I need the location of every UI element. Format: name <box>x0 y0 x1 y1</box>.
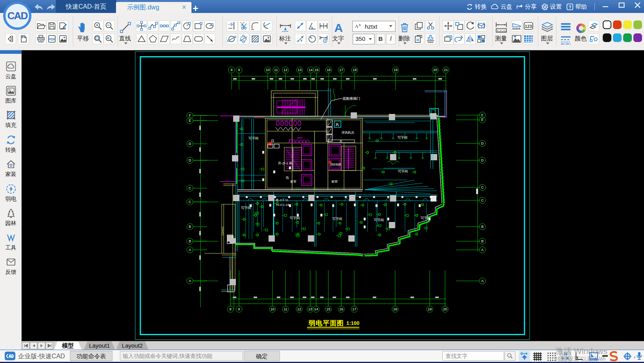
svg-text:D: D <box>481 158 484 162</box>
svg-text:B: B <box>189 239 191 243</box>
svg-text:A: A <box>359 23 361 27</box>
svg-text:14: 14 <box>309 68 313 72</box>
svg-text:电: 电 <box>286 176 289 180</box>
svg-text:C: C <box>189 200 191 204</box>
svg-text:写字间: 写字间 <box>374 218 384 222</box>
svg-text:19: 19 <box>394 68 397 72</box>
svg-text:AlAl: AlAl <box>297 136 302 139</box>
svg-text:16: 16 <box>339 307 343 311</box>
svg-text:写字间: 写字间 <box>332 217 342 221</box>
svg-text:A: A <box>189 248 191 252</box>
svg-text:E: E <box>189 119 191 123</box>
svg-text:D: D <box>189 158 191 162</box>
svg-text:13: 13 <box>298 68 302 72</box>
svg-text:13: 13 <box>308 307 312 311</box>
svg-text:15: 15 <box>326 307 330 311</box>
svg-text:123: 123 <box>525 24 532 29</box>
svg-text:20: 20 <box>433 68 437 72</box>
svg-text:Y: Y <box>300 39 303 42</box>
svg-text:弱电平面图: 弱电平面图 <box>308 319 344 327</box>
svg-text:C: C <box>481 198 484 202</box>
svg-text:B: B <box>481 225 484 229</box>
svg-text:E: E <box>481 118 484 122</box>
svg-text:9: 9 <box>238 68 240 72</box>
svg-text:12: 12 <box>283 68 287 72</box>
svg-text:21: 21 <box>444 68 448 72</box>
svg-text:风: 风 <box>336 123 339 126</box>
svg-text:疏散楼梯门: 疏散楼梯门 <box>342 97 360 101</box>
svg-text:12: 12 <box>297 307 301 311</box>
svg-text:20: 20 <box>443 307 447 311</box>
svg-text:D: D <box>189 142 191 146</box>
svg-text:写字间: 写字间 <box>241 206 251 210</box>
svg-text:C: C <box>189 186 191 190</box>
svg-text:B: B <box>481 239 484 243</box>
svg-text:19: 19 <box>428 307 432 311</box>
svg-text:PDF: PDF <box>48 37 56 41</box>
svg-text:15: 15 <box>315 68 318 72</box>
svg-text:18: 18 <box>353 68 357 72</box>
svg-text:A: A <box>355 23 359 29</box>
svg-text:C: C <box>481 185 484 189</box>
svg-text:A: A <box>189 279 191 283</box>
svg-text:消防电梯: 消防电梯 <box>330 163 341 166</box>
svg-text:70-0-1 24: 70-0-1 24 <box>276 203 289 207</box>
svg-text:CAD: CAD <box>7 10 28 22</box>
svg-text:16: 16 <box>327 68 331 72</box>
svg-text:格-0-1 11: 格-0-1 11 <box>275 198 289 202</box>
svg-text:排风机房: 排风机房 <box>342 131 354 134</box>
svg-text:B: B <box>189 225 191 229</box>
svg-text:?: ? <box>569 4 571 9</box>
svg-text:A: A <box>481 248 484 252</box>
svg-text:17: 17 <box>352 307 356 311</box>
svg-text:前室: 前室 <box>331 180 338 183</box>
svg-text:写字间: 写字间 <box>398 169 408 173</box>
svg-text:F: F <box>189 114 191 117</box>
svg-text:写字间: 写字间 <box>397 136 408 139</box>
svg-text:9: 9 <box>238 307 240 311</box>
svg-text:写字间: 写字间 <box>290 216 300 220</box>
svg-text:11: 11 <box>274 68 278 72</box>
svg-text:8: 8 <box>230 68 232 72</box>
svg-text:A: A <box>334 22 343 33</box>
svg-text:11: 11 <box>283 307 287 311</box>
svg-text:X: X <box>301 35 304 39</box>
svg-text:10: 10 <box>270 307 274 311</box>
svg-text:8: 8 <box>229 307 231 311</box>
svg-text:14: 14 <box>314 307 318 311</box>
svg-text:所-步-1 体: 所-步-1 体 <box>278 161 292 165</box>
svg-text:18: 18 <box>393 307 397 311</box>
svg-text:东: 东 <box>340 140 342 143</box>
svg-text:17: 17 <box>339 68 343 72</box>
svg-text:首室: 首室 <box>290 180 296 183</box>
svg-text:10: 10 <box>266 68 270 72</box>
svg-text:D: D <box>481 141 484 145</box>
svg-text:A: A <box>481 279 484 283</box>
svg-text:1:100: 1:100 <box>346 320 359 326</box>
